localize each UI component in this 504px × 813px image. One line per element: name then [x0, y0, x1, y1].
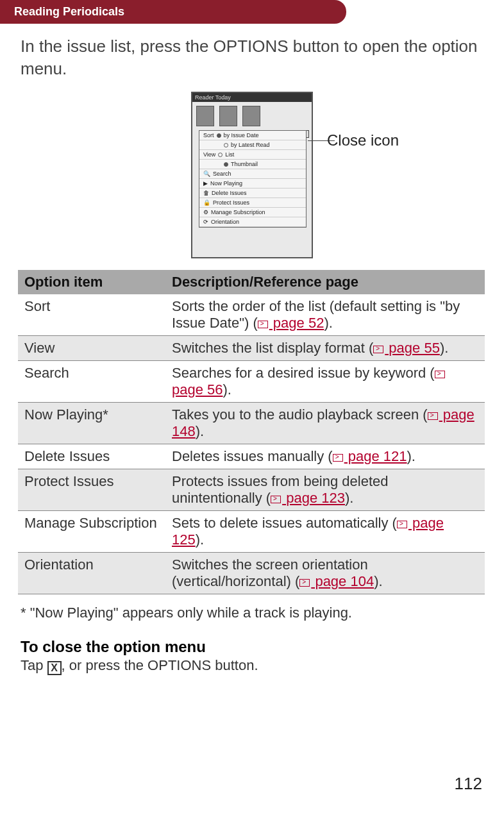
footnote: * "Now Playing" appears only while a tra…	[0, 594, 504, 621]
page-reference-link[interactable]: page 55	[385, 340, 440, 356]
close-text-pre: Tap	[21, 657, 47, 673]
screenshot-titlebar: Reader Today	[192, 93, 312, 102]
gear-icon: ⚙	[203, 209, 208, 215]
search-icon: 🔍	[203, 171, 210, 177]
table-header-row: Option item Description/Reference page	[18, 270, 485, 294]
page-ref-icon	[397, 521, 407, 528]
radio-icon	[224, 143, 228, 147]
menu-option: by Latest Read	[231, 142, 270, 148]
intro-text: In the issue list, press the OPTIONS but…	[0, 24, 504, 87]
option-description: Switches the list display format ( page …	[165, 336, 485, 361]
menu-sort[interactable]: Sort by Issue Date	[199, 131, 306, 140]
page-ref-icon	[258, 321, 268, 328]
radio-icon	[217, 133, 221, 138]
page-reference-link[interactable]: page 148	[172, 406, 475, 439]
col-description: Description/Reference page	[165, 270, 485, 294]
menu-option: Thumbnail	[231, 161, 258, 167]
menu-label: Delete Issues	[212, 190, 247, 196]
menu-label: Orientation	[211, 219, 239, 225]
page-reference-link[interactable]: page 104	[311, 573, 374, 589]
trash-icon: 🗑	[203, 190, 209, 196]
menu-label: Protect Issues	[213, 199, 249, 206]
thumb	[219, 106, 237, 126]
menu-label: Sort	[203, 132, 214, 138]
menu-search[interactable]: 🔍Search	[199, 169, 306, 179]
option-name: Protect Issues	[18, 469, 165, 511]
table-row: ViewSwitches the list display format ( p…	[18, 336, 485, 361]
option-name: Now Playing*	[18, 403, 165, 444]
device-screenshot: Reader Today × Sort by Issue Date by Lat…	[191, 92, 313, 258]
menu-protect[interactable]: 🔒Protect Issues	[199, 198, 306, 208]
options-table: Option item Description/Reference page S…	[18, 270, 485, 594]
radio-icon	[218, 153, 223, 157]
screenshot-figure: Reader Today × Sort by Issue Date by Lat…	[0, 92, 504, 258]
option-name: Delete Issues	[18, 444, 165, 469]
menu-now-playing[interactable]: ▶Now Playing	[199, 179, 306, 189]
option-description: Switches the screen orientation (vertica…	[165, 553, 485, 594]
close-text-post: , or press the OPTIONS button.	[62, 657, 258, 673]
lock-icon: 🔒	[203, 199, 210, 206]
page-reference-link[interactable]: page 123	[282, 490, 345, 506]
callout-label: Close icon	[327, 131, 399, 149]
table-row: Now Playing*Takes you to the audio playb…	[18, 403, 485, 444]
option-name: Search	[18, 361, 165, 403]
option-description: Sets to delete issues automatically ( pa…	[165, 511, 485, 553]
option-name: Orientation	[18, 553, 165, 594]
page-ref-icon	[435, 371, 445, 378]
page-reference-link[interactable]: page 121	[344, 448, 407, 464]
page-ref-icon	[333, 454, 343, 462]
menu-label: Search	[213, 171, 231, 177]
option-description: Deletes issues manually ( page 121).	[165, 444, 485, 469]
section-header: Reading Periodicals	[0, 0, 346, 24]
table-row: SortSorts the order of the list (default…	[18, 294, 485, 336]
breadcrumb: Reading Periodicals	[14, 5, 124, 18]
thumb	[196, 106, 214, 126]
menu-view-opt2[interactable]: Thumbnail	[199, 160, 306, 169]
menu-orientation[interactable]: ⟳Orientation	[199, 217, 306, 227]
option-description: Sorts the order of the list (default set…	[165, 294, 485, 336]
option-name: View	[18, 336, 165, 361]
radio-icon	[224, 162, 228, 167]
rotate-icon: ⟳	[203, 219, 208, 225]
page-reference-link[interactable]: page 52	[269, 315, 324, 331]
close-menu-instruction: Tap X, or press the OPTIONS button.	[0, 657, 504, 674]
table-row: Manage SubscriptionSets to delete issues…	[18, 511, 485, 553]
menu-sort-opt2[interactable]: by Latest Read	[199, 140, 306, 150]
page-ref-icon	[271, 496, 281, 503]
col-option: Option item	[18, 270, 165, 294]
page-ref-icon	[428, 412, 438, 420]
menu-label: Now Playing	[210, 180, 242, 187]
table-row: OrientationSwitches the screen orientati…	[18, 553, 485, 594]
play-icon: ▶	[203, 180, 208, 187]
screenshot-thumbnails	[192, 102, 312, 130]
thumb	[242, 106, 260, 126]
menu-option: List	[225, 151, 234, 158]
option-description: Searches for a desired issue by keyword …	[165, 361, 485, 403]
option-description: Takes you to the audio playback screen (…	[165, 403, 485, 444]
options-menu: Sort by Issue Date by Latest Read View L…	[199, 130, 307, 228]
table-row: Delete IssuesDeletes issues manually ( p…	[18, 444, 485, 469]
close-menu-heading: To close the option menu	[0, 621, 504, 657]
menu-option: by Issue Date	[224, 132, 259, 138]
page-number: 112	[455, 774, 482, 794]
table-row: Protect IssuesProtects issues from being…	[18, 469, 485, 511]
option-description: Protects issues from being deleted unint…	[165, 469, 485, 511]
option-name: Sort	[18, 294, 165, 336]
page-ref-icon	[299, 579, 310, 587]
menu-delete[interactable]: 🗑Delete Issues	[199, 189, 306, 198]
menu-label: View	[203, 151, 215, 158]
page-ref-icon	[373, 346, 383, 353]
option-name: Manage Subscription	[18, 511, 165, 553]
menu-manage[interactable]: ⚙Manage Subscription	[199, 208, 306, 217]
page-reference-link[interactable]: page 56	[172, 381, 223, 398]
menu-view[interactable]: View List	[199, 150, 306, 160]
close-x-icon[interactable]: X	[47, 661, 62, 675]
table-row: SearchSearches for a desired issue by ke…	[18, 361, 485, 403]
menu-label: Manage Subscription	[211, 209, 265, 215]
